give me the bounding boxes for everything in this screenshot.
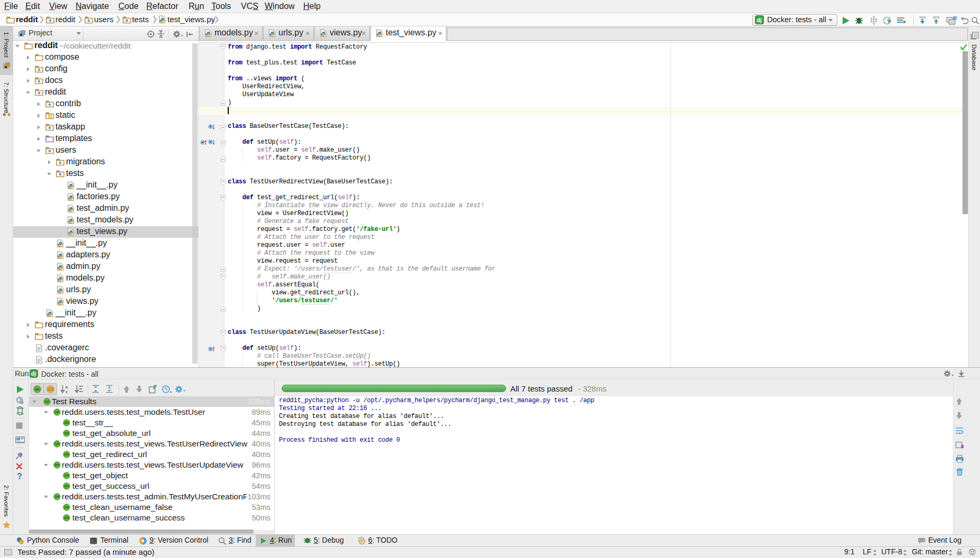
svg-text:a: a [66,385,68,389]
svg-text:OK: OK [35,387,40,391]
svg-text:OK: OK [44,399,50,403]
svg-text:z: z [66,389,68,394]
svg-text:>_: >_ [91,539,96,543]
svg-text:VCS: VCS [919,16,926,19]
svg-text:OK: OK [54,442,60,445]
svg-text:OK: OK [64,516,69,519]
svg-text:OK: OK [64,505,69,509]
svg-text:OK: OK [64,452,69,456]
svg-text:dj: dj [757,17,761,23]
svg-text:OK: OK [64,421,69,424]
svg-text:dj: dj [31,370,36,377]
svg-text:OK: OK [54,495,60,498]
svg-text:OK: OK [54,410,60,414]
svg-text:OK: OK [64,473,69,477]
svg-text:OK: OK [64,484,69,488]
svg-text:OK: OK [64,431,69,435]
svg-text:VCS: VCS [933,16,939,19]
svg-text:OK: OK [54,463,60,467]
